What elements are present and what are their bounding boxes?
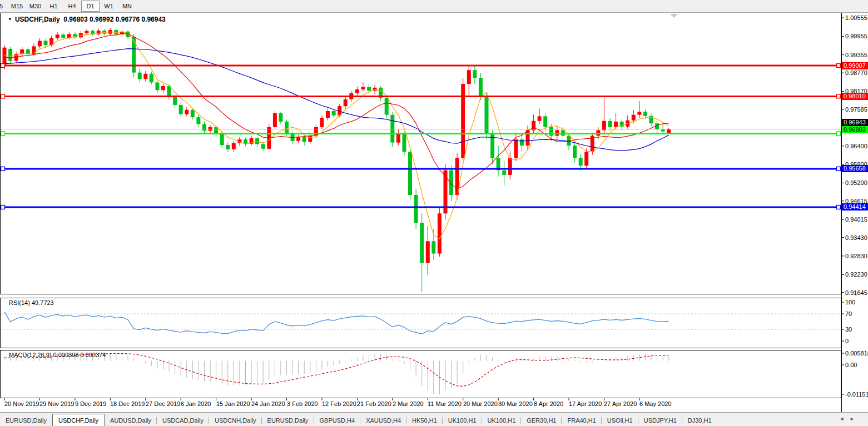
- price-axis-tick: 0.97585: [845, 106, 867, 113]
- chart-symbol-label: USDCHF,Daily: [15, 16, 60, 23]
- date-axis-label: 3 Feb 2020: [287, 400, 318, 407]
- macd-axis-tick: 0.00: [845, 362, 857, 368]
- price-flag-0.96803: 0.96803: [842, 126, 868, 133]
- pane-borders: [1, 12, 845, 412]
- symbol-tab-eurusd-0[interactable]: EURUSD,Daily: [0, 415, 52, 425]
- chart-title: ▼USDCHF,Daily 0.96803 0.96992 0.96776 0.…: [8, 16, 166, 23]
- timeframe-button-m15[interactable]: M15: [8, 1, 26, 12]
- symbol-tab-usdjpy-14[interactable]: USDJPY,H1: [638, 415, 682, 425]
- date-axis-label: 20 Mar 2020: [463, 400, 498, 407]
- date-axis-label: 8 Apr 2020: [534, 400, 563, 407]
- symbol-tab-usdcad-3[interactable]: USDCAD,Daily: [157, 415, 209, 425]
- timeframe-button-h1[interactable]: H1: [44, 1, 63, 12]
- date-axis-label: 27 Dec 2019: [146, 400, 180, 407]
- symbol-tab-xauusd-7[interactable]: XAUUSD,H4: [360, 415, 406, 425]
- date-axis-label: 24 Jan 2020: [251, 400, 285, 407]
- symbol-tab-audusd-2[interactable]: AUDUSD,Daily: [105, 415, 157, 425]
- tab-scroll-arrows: ◄►: [839, 416, 860, 422]
- date-axis-label: 29 Nov 2019: [39, 400, 74, 407]
- price-axis-tick: 0.93430: [845, 234, 867, 241]
- symbol-tab-uk100-9[interactable]: UK100,H1: [443, 415, 482, 425]
- rsi-label: RSI(14) 49.7723: [9, 299, 54, 306]
- macd-values: 0.000398 0.000374: [53, 352, 106, 358]
- symbol-tab-usdchf-1[interactable]: USDCHF,Daily: [52, 414, 105, 426]
- price-axis-tick: 0.94015: [845, 216, 867, 223]
- date-axis-label: 17 Apr 2020: [569, 400, 602, 407]
- timeframe-toolbar: M1M5M15M30H1H4D1W1MN: [0, 0, 868, 13]
- symbol-tab-hk50-8[interactable]: HK50,H1: [406, 415, 443, 425]
- date-axis-label: 27 Apr 2020: [604, 400, 637, 407]
- chart-ohlc-values: 0.96803 0.96992 0.96776 0.96943: [63, 16, 166, 23]
- price-axis-tick: 1.00555: [845, 14, 867, 21]
- symbol-tab-gbpusd-6[interactable]: GBPUSD,H4: [314, 415, 361, 425]
- rsi-axis-tick: 30: [845, 326, 852, 333]
- price-flag-0.98010: 0.98010: [842, 93, 868, 100]
- date-axis-label: 30 Mar 2020: [498, 400, 533, 407]
- price-axis-tick: 0.99355: [845, 52, 867, 58]
- symbol-tab-ger30-11[interactable]: GER30,H1: [521, 415, 562, 425]
- symbol-tab-uk100-10[interactable]: UK100,H1: [482, 415, 522, 425]
- chart-dropdown-icon[interactable]: ▼: [8, 17, 12, 22]
- date-axis-label: 21 Feb 2020: [357, 400, 391, 407]
- price-flag-0.96943: 0.96943: [842, 119, 868, 126]
- timeframe-button-d1[interactable]: D1: [81, 1, 100, 12]
- price-axis-tick: 0.96400: [845, 143, 867, 149]
- date-axis-label: 6 Jan 2020: [181, 400, 211, 407]
- rsi-axis-tick: 0: [845, 338, 849, 344]
- rsi-line: [4, 312, 669, 334]
- price-flag-0.99007: 0.99007: [842, 62, 868, 69]
- rsi-value: 49.7723: [32, 299, 54, 306]
- macd-histogram: [4, 353, 669, 394]
- price-flag-0.94414: 0.94414: [842, 203, 868, 211]
- price-axis-tick: 0.98770: [845, 69, 867, 76]
- macd-axis-tick: -0.011514: [845, 391, 868, 398]
- rsi-axis-tick: 70: [845, 310, 852, 317]
- symbol-tab-fra40-12[interactable]: FRA40,H1: [562, 415, 601, 425]
- tab-scroll-left-icon[interactable]: ◄: [839, 416, 850, 422]
- date-axis-label: 2 Mar 2020: [393, 400, 424, 407]
- tab-scroll-right-icon[interactable]: ►: [850, 416, 860, 422]
- date-axis-label: 6 May 2020: [639, 400, 671, 407]
- price-axis-tick: 0.91645: [845, 289, 867, 296]
- timeframe-button-mn[interactable]: MN: [118, 1, 136, 12]
- timeframe-button-m5[interactable]: M5: [0, 1, 8, 12]
- price-axis-tick: 0.95200: [845, 179, 867, 186]
- chart-shift-icon: [670, 14, 678, 18]
- price-axis-tick: 0.99955: [845, 33, 867, 39]
- price-axis-tick: 0.92230: [845, 271, 867, 278]
- symbol-tab-bar: EURUSD,DailyUSDCHF,DailyAUDUSD,DailyUSDC…: [0, 412, 868, 426]
- symbol-tab-dj30-15[interactable]: DJ30,H1: [682, 415, 717, 425]
- date-axis-label: 12 Feb 2020: [322, 400, 356, 407]
- candles: [3, 28, 671, 292]
- date-axis-label: 9 Dec 2019: [75, 400, 106, 407]
- price-flag-0.95658: 0.95658: [842, 165, 868, 172]
- date-axis-label: 11 Mar 2020: [428, 400, 462, 407]
- price-axis-tick: 0.92830: [845, 253, 867, 259]
- timeframe-button-m30[interactable]: M30: [26, 1, 44, 12]
- timeframe-button-w1[interactable]: W1: [100, 1, 118, 12]
- macd-label: MACD(12,26,9) 0.000398 0.000374: [9, 352, 106, 358]
- timeframe-button-h4[interactable]: H4: [63, 1, 81, 12]
- symbol-tab-usdcnh-4[interactable]: USDCNH,Daily: [209, 415, 262, 425]
- symbol-tab-usoil-13[interactable]: USOil,H1: [602, 415, 638, 425]
- rsi-axis-tick: 100: [845, 299, 855, 305]
- date-axis-label: 20 Nov 2019: [4, 400, 39, 407]
- symbol-tab-eurusd-5[interactable]: EURUSD,Daily: [262, 415, 314, 425]
- ma-mid: [4, 34, 669, 189]
- trading-platform-window: M1M5M15M30H1H4D1W1MN ▼USDCHF,Daily 0.968…: [0, 0, 868, 426]
- date-axis-label: 18 Dec 2019: [110, 400, 145, 407]
- macd-axis-tick: 0.005818: [845, 350, 868, 357]
- date-axis-label: 15 Jan 2020: [216, 400, 250, 407]
